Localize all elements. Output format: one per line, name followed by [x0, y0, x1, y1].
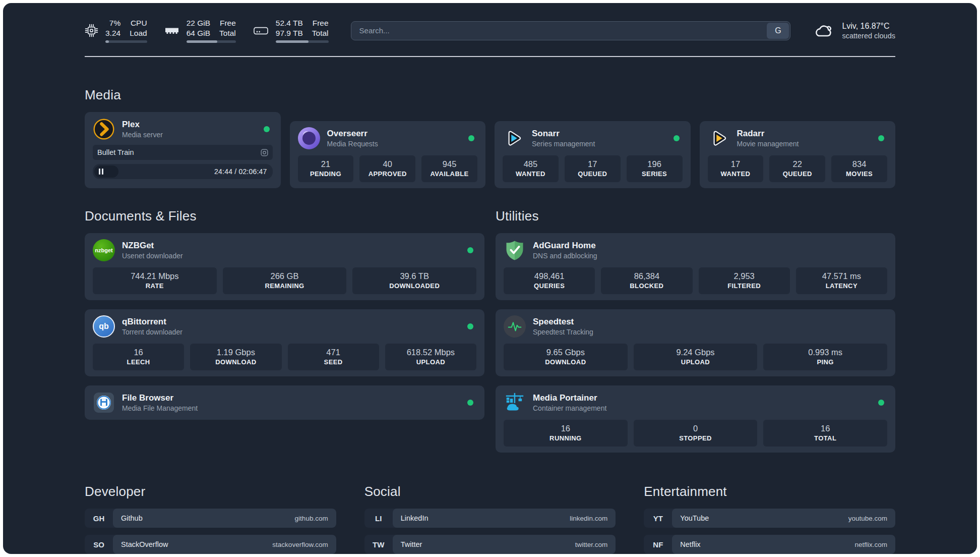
service-card-qbittorrent[interactable]: qb qBittorrent Torrent downloader 16LEEC…: [85, 309, 484, 376]
service-card-radarr[interactable]: Radarr Movie management 17WANTED 22QUEUE…: [700, 121, 896, 188]
bookmark-twitter[interactable]: TW Twittertwitter.com: [364, 535, 616, 554]
service-name: NZBGet: [122, 241, 460, 251]
service-subtitle: Media server: [122, 131, 257, 139]
cpu-label: CPU: [130, 18, 147, 28]
search-placeholder: Search...: [359, 26, 390, 35]
status-dot: [673, 135, 680, 141]
bookmark-domain: stackoverflow.com: [272, 541, 328, 548]
service-card-sonarr[interactable]: Sonarr Series management 485WANTED 17QUE…: [495, 121, 691, 188]
bookmark-name: Netflix: [680, 540, 700, 548]
bookmark-name: LinkedIn: [401, 514, 428, 522]
pause-icon: [99, 169, 103, 175]
speedtest-icon: [504, 315, 526, 338]
search-provider-button[interactable]: G: [767, 23, 789, 39]
service-subtitle: Media File Management: [122, 404, 460, 412]
bookmark-abbr: LI: [364, 509, 393, 528]
bookmark-stackoverflow[interactable]: SO StackOverflowstackoverflow.com: [85, 535, 336, 554]
section-title-developer: Developer: [85, 484, 336, 499]
stat-tile: 945AVAILABLE: [421, 155, 477, 182]
service-name: qBittorrent: [122, 317, 460, 327]
cpu-load-label: Load: [130, 28, 147, 38]
stat-tile: 21PENDING: [298, 155, 354, 182]
section-developer: Developer GH Githubgithub.com SO StackOv…: [85, 484, 336, 554]
memory-free: 22 GiB: [187, 18, 210, 28]
service-card-adguard[interactable]: AdGuard Home DNS and adblocking 498,461Q…: [496, 233, 895, 300]
stat-tile: 196SERIES: [627, 155, 683, 182]
service-card-portainer[interactable]: Media Portainer Container management 16R…: [496, 385, 895, 453]
status-dot: [467, 400, 473, 406]
topbar: 7% 3.24 CPU Load: [85, 18, 895, 43]
stat-tile: 834MOVIES: [831, 155, 887, 182]
stat-tile: 39.6 TBDOWNLOADED: [352, 267, 476, 294]
weather-condition: scattered clouds: [842, 32, 895, 40]
bookmark-domain: github.com: [295, 515, 328, 522]
bookmark-netflix[interactable]: NF Netflixnetflix.com: [644, 535, 895, 554]
bookmark-name: Twitter: [401, 540, 422, 548]
section-utilities: Utilities: [496, 208, 895, 453]
sonarr-icon: [503, 127, 525, 149]
bookmark-github[interactable]: GH Githubgithub.com: [85, 509, 336, 528]
stat-tile: 498,461QUERIES: [504, 267, 595, 294]
disk-total-label: Total: [312, 28, 329, 38]
memory-total-label: Total: [219, 28, 236, 38]
service-name: Radarr: [737, 129, 872, 139]
service-card-nzbget[interactable]: nzbget NZBGet Usenet downloader 744.21 M…: [85, 233, 484, 300]
section-documents: Documents & Files nzbget NZBGet Usenet d…: [85, 208, 484, 420]
service-card-plex[interactable]: Plex Media server Bullet Train: [85, 112, 281, 188]
bookmark-domain: netflix.com: [854, 541, 887, 548]
adguard-icon: [504, 239, 526, 261]
bookmark-youtube[interactable]: YT YouTubeyoutube.com: [644, 509, 895, 528]
stat-tile: 16LEECH: [93, 344, 184, 370]
service-card-filebrowser[interactable]: File Browser Media File Management: [85, 385, 484, 420]
record-icon: [261, 149, 268, 156]
stat-tile: 618.52 MbpsUPLOAD: [385, 344, 476, 370]
filebrowser-icon: [93, 392, 115, 414]
status-dot: [264, 126, 270, 132]
search-input[interactable]: Search... G: [351, 21, 791, 40]
dashboard-app: 7% 3.24 CPU Load: [3, 3, 977, 554]
service-subtitle: Media Requests: [327, 140, 462, 148]
plex-icon: [93, 118, 115, 140]
stat-tile: 9.65 GbpsDOWNLOAD: [504, 344, 628, 370]
disk-stats: 52.4 TB 97.9 TB Free Total: [276, 18, 329, 43]
disk-icon: [253, 25, 269, 36]
stat-tile: 86,384BLOCKED: [601, 267, 692, 294]
service-subtitle: Movie management: [737, 140, 872, 148]
cpu-load: 3.24: [105, 28, 120, 38]
bookmark-domain: twitter.com: [575, 541, 608, 548]
bookmark-abbr: YT: [644, 509, 672, 528]
now-playing-title: Bullet Train: [97, 148, 261, 156]
service-name: Overseerr: [327, 129, 462, 139]
stat-tile: 0STOPPED: [634, 420, 758, 447]
radarr-icon: [708, 127, 730, 149]
service-name: Speedtest: [533, 317, 887, 327]
service-card-speedtest[interactable]: Speedtest Speedtest Tracking 9.65 GbpsDO…: [496, 309, 895, 376]
bookmark-name: YouTube: [680, 514, 709, 522]
service-name: AdGuard Home: [533, 241, 887, 251]
memory-stats: 22 GiB 64 GiB Free Total: [187, 18, 236, 43]
memory-usage-bar: [187, 40, 236, 43]
stat-tile: 485WANTED: [503, 155, 559, 182]
weather-widget: Lviv, 16.87°C scattered clouds: [813, 22, 895, 40]
section-media: Media Plex Media server: [85, 87, 895, 188]
bookmark-abbr: NF: [644, 535, 672, 554]
section-title-entertainment: Entertainment: [644, 484, 895, 499]
service-subtitle: Container management: [533, 404, 871, 412]
memory-stats-widget: 22 GiB 64 GiB Free Total: [164, 18, 236, 43]
stat-tile: 1.19 GbpsDOWNLOAD: [190, 344, 281, 370]
stat-tile: 9.24 GbpsUPLOAD: [634, 344, 758, 370]
nzbget-icon: nzbget: [93, 239, 115, 261]
service-subtitle: Speedtest Tracking: [533, 328, 887, 336]
bookmark-linkedin[interactable]: LI LinkedInlinkedin.com: [364, 509, 616, 528]
service-card-overseerr[interactable]: Overseerr Media Requests 21PENDING 40APP…: [290, 121, 486, 188]
stat-tile: 471SEED: [288, 344, 379, 370]
cpu-usage-bar: [105, 40, 147, 43]
bookmark-abbr: GH: [85, 509, 113, 528]
service-subtitle: DNS and adblocking: [533, 252, 887, 260]
bookmark-domain: linkedin.com: [570, 515, 607, 522]
qbittorrent-icon: qb: [93, 315, 115, 338]
status-dot: [467, 247, 473, 253]
section-title-social: Social: [364, 484, 616, 499]
stat-tile: 47.571 msLATENCY: [796, 267, 887, 294]
disk-total: 97.9 TB: [276, 28, 303, 38]
